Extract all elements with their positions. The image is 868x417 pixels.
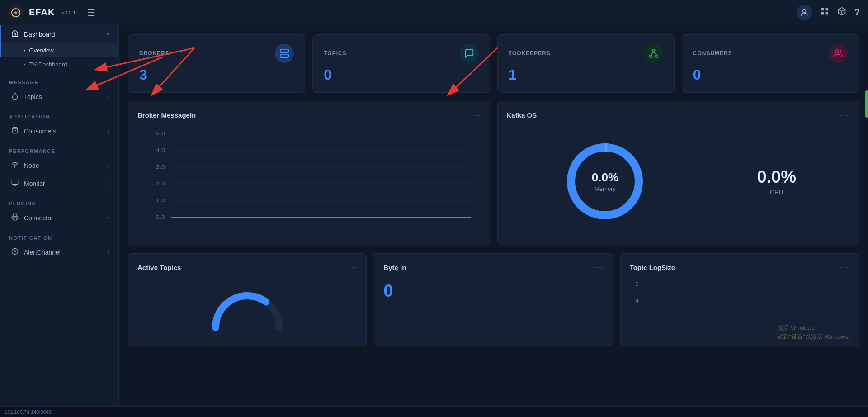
stat-topics-value: 0 xyxy=(324,66,478,83)
windows-watermark: 激活 Windows 转到"设置"以激活 Windows。 xyxy=(777,323,854,341)
broker-messagein-title: Broker MessageIn xyxy=(137,111,196,119)
bottom-row: Active Topics ··· Byte In ··· xyxy=(128,253,859,346)
sidebar-item-overview[interactable]: ▪ Overview xyxy=(0,43,118,57)
sidebar-item-overview-label: Overview xyxy=(29,47,54,54)
topic-logsize-more[interactable]: ··· xyxy=(840,263,849,272)
stat-zookeepers: ZOOKEEPERS 1 xyxy=(497,34,675,93)
chevron-left-icon: ‹ xyxy=(108,94,109,100)
byte-in-more[interactable]: ··· xyxy=(594,263,604,272)
sidebar-item-node-label: Node xyxy=(24,162,103,169)
stat-consumers-label: CONSUMERS xyxy=(693,50,732,57)
svg-rect-14 xyxy=(13,218,17,220)
logsize-svg: 5 4 xyxy=(630,278,849,323)
os-panel: 0.0% Memory 0.0% CPU xyxy=(507,127,850,236)
active-topics-more[interactable]: ··· xyxy=(348,263,357,272)
svg-point-25 xyxy=(835,50,839,53)
cube-icon[interactable] xyxy=(837,7,846,18)
sidebar-item-tv-dashboard[interactable]: ▪ TV Dashboard xyxy=(0,57,118,71)
svg-text:1.0: 1.0 xyxy=(156,198,165,204)
stat-zookeepers-value: 1 xyxy=(509,66,663,83)
broker-messagein-card: Broker MessageIn ··· 5.0 4.0 3.0 2.0 xyxy=(128,101,490,245)
user-avatar[interactable] xyxy=(797,5,812,20)
cpu-pct: 0.0% xyxy=(757,167,796,187)
topic-logsize-card: Topic LogSize ··· 5 4 激活 Windows 转到"设置"以… xyxy=(620,253,859,346)
svg-rect-17 xyxy=(280,54,288,57)
scroll-indicator xyxy=(865,90,868,118)
svg-rect-2 xyxy=(821,8,824,11)
svg-text:5: 5 xyxy=(635,281,639,287)
clock-icon xyxy=(10,248,19,257)
sidebar-item-monitor-label: Monitor xyxy=(24,180,103,187)
stat-brokers-header: BROKERS xyxy=(139,44,294,63)
sidebar-item-consumers-label: Consumers xyxy=(24,128,103,135)
cpu-block: 0.0% CPU xyxy=(757,167,796,196)
stat-topics-header: TOPICS xyxy=(324,44,478,63)
zookeepers-icon xyxy=(644,44,663,63)
byte-in-header: Byte In ··· xyxy=(383,263,603,272)
chevron-left-icon-node: ‹ xyxy=(108,162,109,169)
stat-consumers: CONSUMERS 0 xyxy=(682,34,859,93)
stat-brokers-value: 3 xyxy=(139,66,294,83)
app-logo[interactable] xyxy=(8,5,24,20)
watermark-line2: 转到"设置"以激活 Windows。 xyxy=(777,333,854,340)
svg-line-24 xyxy=(654,52,656,55)
section-notification: NOTIFICATION xyxy=(0,227,118,243)
svg-text:0.0: 0.0 xyxy=(156,214,165,220)
sidebar-item-topics[interactable]: Topics ‹ xyxy=(0,88,118,106)
square-icon: ▪ xyxy=(24,48,26,53)
sidebar-item-tv-dashboard-label: TV Dashboard xyxy=(29,61,67,68)
svg-text:4: 4 xyxy=(635,298,639,304)
section-performance: PERFORMANCE xyxy=(0,140,118,156)
grid-icon[interactable] xyxy=(820,7,829,18)
chevron-left-icon-consumers: ‹ xyxy=(108,128,109,134)
sidebar-item-node[interactable]: Node ‹ xyxy=(0,156,118,175)
svg-line-23 xyxy=(651,52,653,55)
active-topics-arc xyxy=(137,278,357,336)
logsize-chart: 5 4 xyxy=(630,278,849,323)
chevron-down-icon: ▾ xyxy=(107,31,109,38)
topnav-left: EFAK v3.0.1 ☰ xyxy=(8,5,95,20)
hamburger-button[interactable]: ☰ xyxy=(87,7,95,18)
svg-rect-4 xyxy=(821,12,824,15)
app-version: v3.0.1 xyxy=(62,10,75,15)
svg-point-10 xyxy=(14,167,15,167)
svg-text:5.0: 5.0 xyxy=(156,131,165,137)
brokers-icon xyxy=(275,44,294,63)
kafka-os-more[interactable]: ··· xyxy=(840,110,849,120)
section-plugins: PLUGINS xyxy=(0,193,118,209)
sidebar-item-alertchannel[interactable]: AlertChannel ‹ xyxy=(0,243,118,261)
topnav-right: ? xyxy=(797,5,860,20)
stat-zookeepers-header: ZOOKEEPERS xyxy=(509,44,663,63)
sidebar-item-monitor[interactable]: Monitor ‹ xyxy=(0,175,118,193)
topics-icon xyxy=(460,44,479,63)
broker-messagein-header: Broker MessageIn ··· xyxy=(137,110,481,120)
printer-icon xyxy=(10,213,19,223)
stat-brokers-label: BROKERS xyxy=(139,50,170,57)
kafka-os-card: Kafka OS ··· 0.0% xyxy=(497,101,859,245)
app-title: EFAK xyxy=(29,7,55,18)
tv-icon: ▪ xyxy=(24,62,26,67)
stats-row: BROKERS 3 TOPICS 0 xyxy=(128,34,859,93)
svg-point-22 xyxy=(655,55,658,58)
memory-center: 0.0% Memory xyxy=(592,171,618,192)
droplet-icon xyxy=(10,92,19,101)
kafka-os-header: Kafka OS ··· xyxy=(507,110,850,120)
active-topics-title: Active Topics xyxy=(137,264,181,271)
svg-rect-16 xyxy=(280,49,288,52)
svg-rect-5 xyxy=(825,12,828,15)
charts-row: Broker MessageIn ··· 5.0 4.0 3.0 2.0 xyxy=(128,101,859,245)
sidebar-item-dashboard[interactable]: Dashboard ▾ xyxy=(0,25,118,43)
memory-donut: 0.0% Memory xyxy=(560,136,650,227)
stat-topics-label: TOPICS xyxy=(324,50,346,57)
svg-text:2.0: 2.0 xyxy=(156,181,165,187)
line-chart-svg: 5.0 4.0 3.0 2.0 1.0 0.0 xyxy=(137,127,481,227)
question-icon[interactable]: ? xyxy=(854,7,860,18)
home-icon xyxy=(10,30,19,39)
sidebar-item-topics-label: Topics xyxy=(24,93,103,100)
topic-logsize-header: Topic LogSize ··· xyxy=(630,263,849,272)
sidebar-item-connector[interactable]: Connector ‹ xyxy=(0,209,118,227)
sidebar-item-consumers[interactable]: Consumers ‹ xyxy=(0,122,118,140)
broker-messagein-more[interactable]: ··· xyxy=(471,110,480,120)
stat-consumers-value: 0 xyxy=(693,66,848,83)
byte-in-value: 0 xyxy=(383,281,603,301)
